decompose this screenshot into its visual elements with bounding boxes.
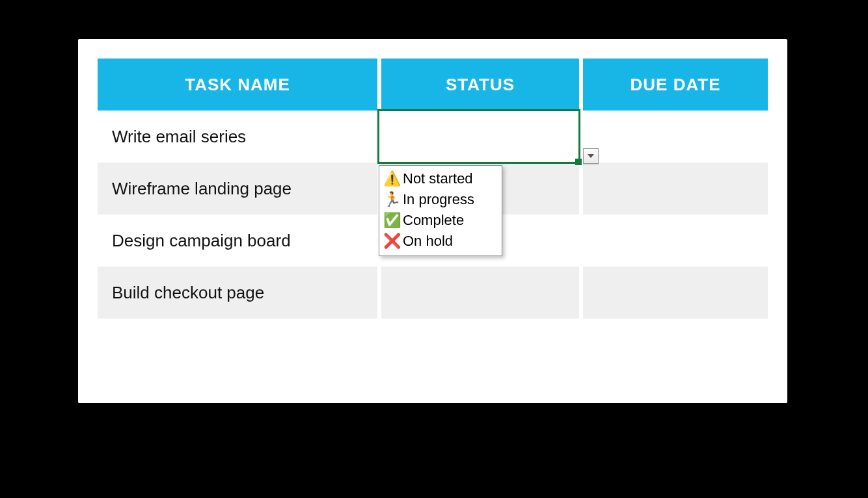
cell-due[interactable] <box>579 215 768 267</box>
check-icon: ✅ <box>383 210 399 231</box>
cell-text: Wireframe landing page <box>112 179 292 199</box>
cell-empty[interactable] <box>579 319 768 355</box>
dropdown-option-label: Not started <box>403 168 473 189</box>
cell-text: Build checkout page <box>112 283 264 303</box>
cell-text: Write email series <box>112 127 246 147</box>
cell-due[interactable] <box>579 111 768 163</box>
dropdown-option[interactable]: 🏃 In progress <box>383 189 496 210</box>
cell-task[interactable]: Wireframe landing page <box>98 163 377 215</box>
cell-text: Design campaign board <box>112 231 291 251</box>
dropdown-option[interactable]: ⚠️ Not started <box>383 168 496 189</box>
col-header-due-date[interactable]: DUE DATE <box>579 59 768 111</box>
cell-task[interactable]: Design campaign board <box>98 215 377 267</box>
runner-icon: 🏃 <box>383 189 399 210</box>
cell-status[interactable] <box>377 267 579 319</box>
dropdown-option-label: Complete <box>403 210 464 231</box>
dropdown-option-label: In progress <box>403 189 474 210</box>
status-dropdown-list[interactable]: ⚠️ Not started 🏃 In progress ✅ Complete … <box>379 165 502 256</box>
cell-due[interactable] <box>579 267 768 319</box>
cell-empty[interactable] <box>377 319 579 355</box>
dropdown-option-label: On hold <box>403 231 453 252</box>
cell-empty[interactable] <box>98 319 377 355</box>
cross-icon: ❌ <box>383 231 399 252</box>
chevron-down-icon <box>588 150 594 162</box>
col-header-status[interactable]: STATUS <box>377 59 579 111</box>
spreadsheet-card: TASK NAME STATUS DUE DATE Write email se… <box>78 39 787 403</box>
col-header-label: TASK NAME <box>185 75 290 95</box>
dropdown-button[interactable] <box>583 148 599 164</box>
dropdown-option[interactable]: ✅ Complete <box>383 210 496 231</box>
cell-task[interactable]: Write email series <box>98 111 377 163</box>
cell-task[interactable]: Build checkout page <box>98 267 377 319</box>
svg-marker-0 <box>588 154 594 158</box>
stage: TASK NAME STATUS DUE DATE Write email se… <box>0 0 868 498</box>
cell-status[interactable] <box>377 111 579 163</box>
warning-icon: ⚠️ <box>383 168 399 189</box>
col-header-task-name[interactable]: TASK NAME <box>98 59 377 111</box>
cell-due[interactable] <box>579 163 768 215</box>
dropdown-option[interactable]: ❌ On hold <box>383 231 496 252</box>
col-header-label: STATUS <box>446 75 515 95</box>
col-header-label: DUE DATE <box>631 75 721 95</box>
